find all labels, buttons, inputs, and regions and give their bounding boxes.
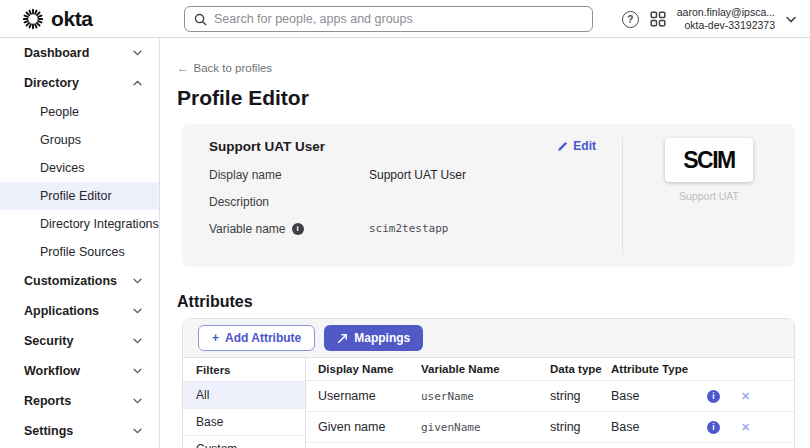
sidebar-item-label: People [40,105,79,119]
sidebar-item-profile-sources[interactable]: Profile Sources [0,238,159,266]
sidebar-item-security[interactable]: Security [0,326,159,356]
info-glyph: i [712,391,714,401]
back-link-label: Back to profiles [194,62,273,74]
attributes-body: Filters All Base Custom Display Name Var… [183,358,794,448]
chevron-up-icon [133,80,142,86]
help-glyph: ? [627,14,633,25]
sidebar-item-label: Directory Integrations [40,217,159,231]
profile-summary-card: Support UAT User Edit Display name Suppo… [182,124,795,267]
okta-admin-app: okta ? aaron.fi [0,0,810,448]
table-row: Given name givenName string Base i ✕ [306,412,794,443]
filter-custom[interactable]: Custom [183,436,305,448]
sidebar-item-customizations[interactable]: Customizations [0,266,159,296]
sidebar-item-label: Groups [40,133,81,147]
sidebar-item-label: Applications [24,304,99,318]
cell-display-name: Username [306,389,421,403]
mappings-label: Mappings [354,331,410,345]
add-attribute-button[interactable]: + Add Attribute [198,325,315,351]
mappings-button[interactable]: Mappings [324,325,423,351]
sidebar-item-label: Profile Editor [40,189,112,203]
edit-label: Edit [573,139,596,153]
attributes-table: Display Name Variable Name Data type Att… [306,358,794,448]
chevron-down-icon [133,278,142,284]
sidebar-item-label: Profile Sources [40,245,125,259]
back-arrow-icon: ← [177,62,189,74]
global-search[interactable] [184,6,593,32]
sidebar: Dashboard Directory People Groups Device… [0,38,160,448]
cell-display-name: Given name [306,420,421,434]
sidebar-item-label: Workflow [24,364,80,378]
account-chevron-down-icon[interactable] [786,16,796,23]
cell-data-type: string [550,389,611,403]
attribute-info-icon[interactable]: i [707,421,720,434]
cell-attribute-type: Base [611,420,706,434]
row-actions: i ✕ [706,421,750,434]
sidebar-item-directory[interactable]: Directory [0,68,159,98]
sidebar-item-profile-editor[interactable]: Profile Editor [0,182,159,210]
column-header-data-type: Data type [550,363,611,375]
app-logo-caption: Support UAT [679,190,739,202]
account-email: aaron.finlay@ipsca... [677,6,775,19]
filter-all[interactable]: All [183,382,305,409]
sidebar-item-label: Customizations [24,274,117,288]
field-value: scim2testapp [369,222,448,235]
chevron-down-icon [133,338,142,344]
sidebar-item-groups[interactable]: Groups [0,126,159,154]
help-icon[interactable]: ? [622,11,639,28]
edit-profile-button[interactable]: Edit [557,139,596,153]
field-row-variable-name: Variable name i scim2testapp [209,222,622,235]
page-title: Profile Editor [177,86,795,110]
search-icon [194,13,207,26]
topbar-right: ? aaron.finlay@ipsca... okta-dev-3319237… [622,0,796,38]
attributes-toolbar: + Add Attribute Mappings [183,319,794,358]
sidebar-item-people[interactable]: People [0,98,159,126]
search-input[interactable] [214,12,592,26]
sidebar-item-dashboard[interactable]: Dashboard [0,38,159,68]
mapping-arrow-icon [337,333,348,344]
cell-attribute-type: Base [611,389,706,403]
remove-attribute-icon[interactable]: ✕ [741,390,750,403]
app-logo-panel: SCIM Support UAT [623,124,795,267]
chevron-down-icon [133,308,142,314]
sidebar-item-applications[interactable]: Applications [0,296,159,326]
remove-attribute-icon[interactable]: ✕ [741,421,750,434]
sidebar-item-reports[interactable]: Reports [0,386,159,416]
okta-wordmark: okta [51,7,93,31]
filters-panel: Filters All Base Custom [183,358,306,448]
okta-sunburst-icon [22,8,44,30]
info-icon[interactable]: i [292,223,304,235]
sidebar-item-label: Settings [24,424,73,438]
field-value: Support UAT User [369,168,466,182]
okta-logo[interactable]: okta [22,7,93,31]
sidebar-item-directory-integrations[interactable]: Directory Integrations [0,210,159,238]
account-org: okta-dev-33192373 [677,19,775,32]
chevron-down-icon [133,368,142,374]
back-to-profiles-link[interactable]: ← Back to profiles [177,62,272,74]
filter-base[interactable]: Base [183,409,305,436]
sidebar-item-devices[interactable]: Devices [0,154,159,182]
attribute-info-icon[interactable]: i [707,390,720,403]
column-header-attribute-type: Attribute Type [611,363,706,375]
field-row-description: Description [209,195,622,208]
cell-variable-name: userName [421,390,550,403]
topbar: okta ? aaron.fi [0,0,810,38]
sidebar-item-workflow[interactable]: Workflow [0,356,159,386]
profile-card-details: Support UAT User Edit Display name Suppo… [182,124,622,267]
column-header-variable-name: Variable Name [421,363,550,375]
main-content: ← Back to profiles Profile Editor Suppor… [160,38,810,448]
sidebar-item-label: Reports [24,394,71,408]
chevron-down-icon [133,428,142,434]
filters-header: Filters [183,358,305,382]
chevron-down-icon [133,50,142,56]
account-menu[interactable]: aaron.finlay@ipsca... okta-dev-33192373 [677,6,775,32]
field-row-display-name: Display name Support UAT User [209,168,622,181]
field-label: Display name [209,168,369,182]
info-glyph: i [296,224,298,233]
apps-grid-icon[interactable] [650,11,666,27]
scim-app-logo: SCIM [665,138,753,182]
sidebar-item-label: Dashboard [24,46,89,60]
attributes-card: + Add Attribute Mappings Filt [182,318,795,448]
sidebar-item-settings[interactable]: Settings [0,416,159,446]
sidebar-item-label: Devices [40,161,84,175]
sidebar-item-label: Security [24,334,73,348]
